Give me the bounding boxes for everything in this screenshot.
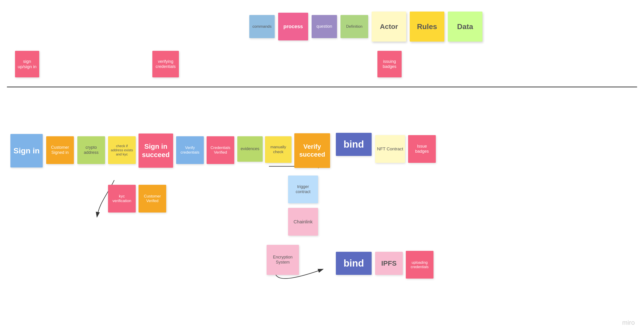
nft-contract: NFT Contract: [375, 135, 405, 163]
credentials-verified: Credentials Verified: [206, 136, 234, 164]
manually-check: manually check: [265, 136, 292, 163]
miro-watermark: miro: [622, 319, 635, 326]
evidences: evidences: [237, 136, 263, 162]
bind-top: bind: [336, 133, 372, 156]
legend-commands: commands: [249, 15, 275, 38]
sign-in-card: Sign in: [10, 134, 43, 167]
legend-data: Data: [448, 12, 482, 42]
customer-signed-in: Customer Signed in: [46, 136, 74, 164]
uploading-credentials: uploading credentials: [406, 251, 434, 278]
legend-process: process: [278, 13, 308, 41]
customer-verifed: Customer Verifed: [138, 185, 166, 212]
legend-definition: Definition: [340, 15, 368, 38]
encryption-system: Encryption System: [266, 245, 299, 275]
verify-succeed: Verify succeed: [294, 133, 330, 168]
legend-question: question: [312, 15, 337, 38]
check-address-kyc: check if address exists and kyc: [108, 136, 136, 164]
verify-credentials: Verify credentials: [176, 136, 204, 164]
top-issuing-badges: issuing badges: [378, 51, 402, 77]
chainlink: Chainlink: [288, 208, 318, 236]
legend-rules: Rules: [410, 12, 444, 42]
bind-bottom: bind: [336, 252, 372, 275]
crypto-address: crypto address: [77, 136, 105, 164]
sign-in-succeed: Sign in succeed: [138, 134, 173, 168]
kyc-verification: kyc verification: [108, 185, 136, 212]
issue-badges: Issue badges: [408, 135, 436, 163]
divider: [7, 87, 637, 87]
top-sign-up: sign up/sign in: [15, 51, 39, 77]
trigger-contract: trigger contract: [288, 176, 318, 203]
top-verifying-credentials: verifying credentials: [152, 51, 179, 77]
ipfs: IPFS: [375, 252, 403, 275]
legend-actor: Actor: [372, 12, 406, 42]
